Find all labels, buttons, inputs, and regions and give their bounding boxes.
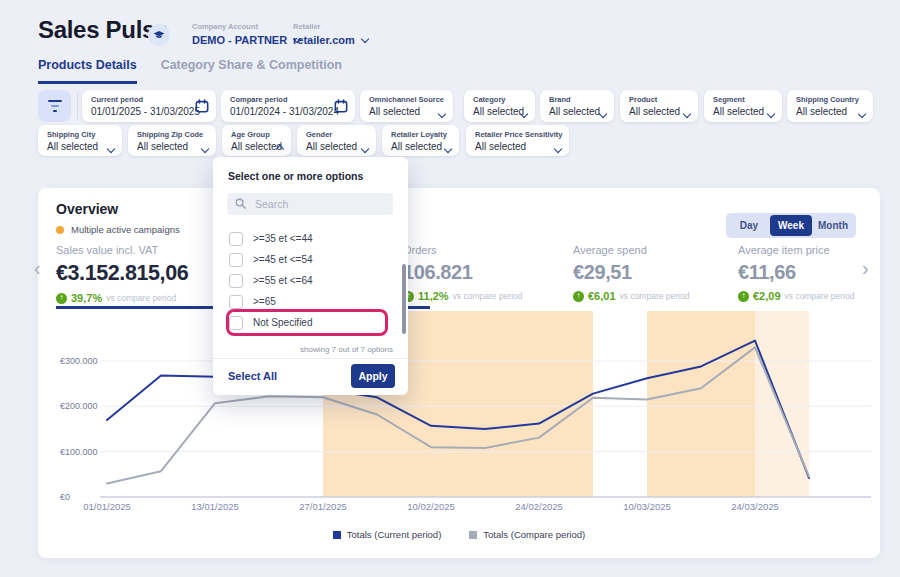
filter-chip-label: Omnichannel Source — [369, 95, 444, 104]
company-account-label: Company Account — [192, 22, 300, 31]
option-row[interactable]: >=65 — [229, 291, 385, 312]
legend-label: Totals (Current period) — [347, 529, 442, 540]
filter-chip-brand[interactable]: BrandAll selected — [540, 90, 614, 122]
kpi-delta: ↑€2,09vs compare period — [738, 290, 854, 302]
filter-chip-retailer-loyalty[interactable]: Retailer LoyaltyAll selected — [382, 125, 459, 156]
filter-chip-label: Gender — [306, 130, 332, 139]
filter-toggle-button[interactable] — [38, 90, 71, 122]
filter-chip-value: All selected — [306, 141, 357, 152]
kpi-0[interactable]: Sales value incl. VAT€3.152.815,06↑39,7%… — [56, 244, 188, 304]
divider — [213, 358, 408, 359]
kpi-delta-value: €6,01 — [588, 290, 616, 302]
option-label: >=65 — [253, 296, 276, 307]
filter-chip-value: All selected — [629, 106, 680, 117]
checkbox-icon[interactable] — [229, 274, 243, 288]
filter-chip-shipping-city[interactable]: Shipping CityAll selected — [38, 125, 122, 156]
filter-chip-age-group[interactable]: Age GroupAll selected — [222, 125, 291, 156]
chevron-down-icon — [202, 138, 208, 156]
company-account-value: DEMO - PARTNER — [192, 34, 287, 46]
chevron-down-icon — [859, 103, 865, 121]
filter-chip-product[interactable]: ProductAll selected — [620, 90, 698, 122]
checkbox-icon[interactable] — [229, 253, 243, 267]
kpi-3[interactable]: Average item price€11,66↑€2,09vs compare… — [738, 244, 854, 302]
kpi-label: Average spend — [573, 244, 689, 256]
checkbox-icon[interactable] — [229, 295, 243, 309]
tab-0[interactable]: Products Details — [38, 58, 137, 84]
filter-chip-label: Age Group — [231, 130, 270, 139]
kpi-value: 106.821 — [403, 261, 523, 284]
filter-chip-label: Shipping City — [47, 130, 95, 139]
arrow-up-circle-icon: ↑ — [738, 291, 749, 302]
carousel-right-arrow[interactable]: › — [862, 258, 869, 278]
kpi-value: €11,66 — [738, 261, 854, 284]
checkbox-icon[interactable] — [229, 316, 243, 330]
sales-pulse-page: Sales Pulse Company Account DEMO - PARTN… — [0, 0, 900, 577]
dropdown-search[interactable] — [227, 193, 393, 215]
chevron-down-icon — [439, 103, 445, 121]
filter-chip-compare-period[interactable]: Compare period01/01/2024 - 31/03/2024 — [221, 90, 355, 122]
filter-chip-shipping-zip-code[interactable]: Shipping Zip CodeAll selected — [128, 125, 216, 156]
filter-chip-label: Current period — [91, 95, 143, 104]
kpi-delta-suffix: vs compare period — [106, 293, 176, 303]
kpi-delta-value: 39,7% — [71, 292, 102, 304]
dropdown-option-list: >=35 et <=44>=45 et <=54>=55 et <=64>=65… — [213, 228, 408, 333]
filter-chip-value: 01/01/2025 - 31/03/2025 — [91, 106, 200, 117]
company-account-selector[interactable]: Company Account DEMO - PARTNER — [192, 22, 300, 46]
filter-chip-value: All selected — [796, 106, 847, 117]
filter-chip-retailer-price-sensitivity[interactable]: Retailer Price SensitivityAll selected — [466, 125, 569, 156]
chevron-down-icon — [600, 103, 606, 121]
x-tick-label: 27/01/2025 — [299, 501, 347, 512]
chart-legend: Totals (Current period)Totals (Compare p… — [38, 529, 880, 540]
filter-chip-gender[interactable]: GenderAll selected — [297, 125, 376, 156]
option-row[interactable]: >=35 et <=44 — [229, 228, 385, 249]
filter-chip-value: All selected — [47, 141, 98, 152]
filter-chip-label: Retailer Loyalty — [391, 130, 447, 139]
option-label: >=35 et <=44 — [253, 233, 313, 244]
select-all-link[interactable]: Select All — [228, 370, 277, 382]
kpi-delta-suffix: vs compare period — [785, 291, 855, 301]
kpi-2[interactable]: Average spend€29,51↑€6,01vs compare peri… — [573, 244, 689, 302]
legend-swatch-icon — [333, 531, 341, 539]
legend-label: Totals (Compare period) — [483, 529, 585, 540]
apply-button[interactable]: Apply — [351, 364, 395, 388]
graduation-cap-icon — [148, 24, 170, 46]
x-tick-label: 01/01/2025 — [83, 501, 131, 512]
x-tick-label: 10/03/2025 — [623, 501, 671, 512]
filter-chip-label: Shipping Zip Code — [137, 130, 203, 139]
option-row[interactable]: Not Specified — [229, 312, 385, 333]
y-tick-label: €200.000 — [60, 401, 98, 411]
carousel-left-arrow[interactable]: ‹ — [34, 258, 41, 278]
filter-chip-label: Compare period — [230, 95, 288, 104]
dropdown-scrollbar[interactable] — [402, 264, 406, 334]
filter-chip-category[interactable]: CategoryAll selected — [464, 90, 535, 122]
option-row[interactable]: >=55 et <=64 — [229, 270, 385, 291]
campaign-band — [647, 311, 755, 497]
option-row[interactable]: >=45 et <=54 — [229, 249, 385, 270]
kpi-delta-value: 11,2% — [418, 290, 449, 302]
filter-chip-segment[interactable]: SegmentAll selected — [704, 90, 782, 122]
kpi-value: €3.152.815,06 — [56, 261, 188, 286]
filter-chip-omnichannel-source[interactable]: Omnichannel SourceAll selected — [360, 90, 453, 122]
filter-chip-value: All selected — [713, 106, 764, 117]
filter-chip-current-period[interactable]: Current period01/01/2025 - 31/03/2025 — [82, 90, 216, 122]
search-icon — [235, 195, 246, 213]
checkbox-icon[interactable] — [229, 232, 243, 246]
filter-chip-value: All selected — [549, 106, 600, 117]
options-count-text: showing 7 out of 7 options — [300, 345, 393, 354]
tab-bar: Products DetailsCategory Share & Competi… — [38, 58, 342, 84]
filter-icon — [48, 100, 62, 103]
retailer-selector[interactable]: Retailer retailer.com — [293, 22, 368, 46]
chevron-down-icon — [684, 103, 690, 121]
filter-chip-label: Brand — [549, 95, 571, 104]
kpi-1[interactable]: Orders106.821↑11,2%vs compare period — [403, 244, 523, 302]
filter-chip-shipping-country[interactable]: Shipping CountryAll selected — [787, 90, 873, 122]
search-input[interactable] — [253, 197, 377, 211]
tab-1[interactable]: Category Share & Competition — [161, 58, 342, 84]
legend-item: Totals (Current period) — [333, 529, 442, 540]
kpi-delta-suffix: vs compare period — [620, 291, 690, 301]
filter-chip-value: All selected — [473, 106, 524, 117]
overview-card: Overview Multiple active campaigns DayWe… — [38, 188, 880, 558]
y-tick-label: €0 — [60, 492, 70, 502]
filter-chip-label: Segment — [713, 95, 745, 104]
chevron-down-icon — [521, 103, 527, 121]
